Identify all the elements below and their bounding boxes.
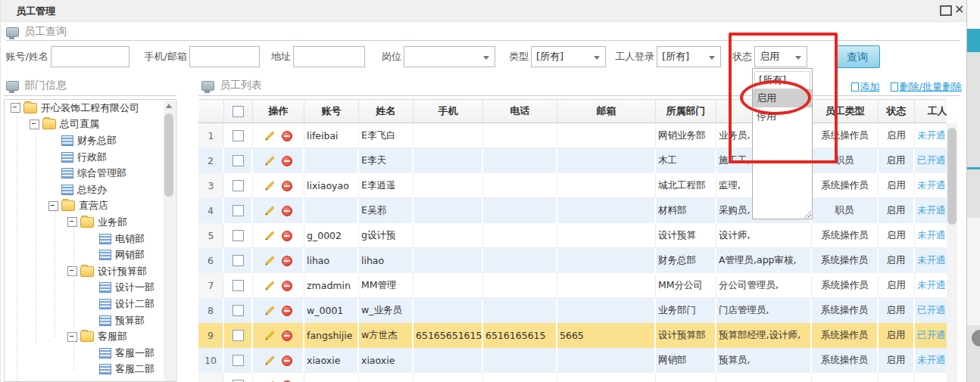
row-checkbox[interactable] xyxy=(233,255,244,266)
delete-row-icon[interactable] xyxy=(282,331,292,341)
table-row[interactable]: 4E吴邪材料部采购员,职员启用未开通 xyxy=(198,198,947,223)
delete-row-icon[interactable] xyxy=(282,156,292,166)
row-checkbox[interactable] xyxy=(233,130,244,141)
tree-item-label: 客服部 xyxy=(98,330,127,343)
tree-collapse-icon[interactable] xyxy=(67,332,77,342)
tree-item[interactable]: 综合管理部 xyxy=(5,165,176,182)
tree-scrollbar[interactable] xyxy=(164,101,175,381)
table-row[interactable]: 10xiaoxiexiaoxie网销部预算员,系统操作员启用未开通 xyxy=(198,348,947,373)
delete-batch-button[interactable]: 删除/批量删除 xyxy=(891,80,962,94)
cell-name: E李飞白 xyxy=(359,123,414,148)
tree-item[interactable]: 预算部 xyxy=(5,312,176,329)
table-row[interactable]: 5g_0002g设计预设计预算设计师,系统操作员启用未开通 xyxy=(198,223,947,248)
edit-icon[interactable] xyxy=(264,305,276,316)
table-row[interactable]: 6lihaolihao财务总部A管理员,app审核,系统操作员启用未开通 xyxy=(198,248,947,273)
tree-item[interactable]: 直营店 xyxy=(5,198,176,215)
search-button[interactable]: 查询 xyxy=(835,45,880,68)
tree-item[interactable]: 行政部 xyxy=(5,149,176,166)
row-checkbox[interactable] xyxy=(233,355,244,366)
table-row[interactable]: 1lifeibaiE李飞白网销业务部业务员,系统操作员启用未开通 xyxy=(198,123,947,148)
tree-item[interactable]: 总经办 xyxy=(5,182,176,198)
status-select[interactable]: 启用 xyxy=(754,46,807,67)
row-checkbox[interactable] xyxy=(233,205,244,216)
tree-item[interactable]: 总司直属 xyxy=(5,116,176,133)
post-select[interactable] xyxy=(404,46,495,67)
department-icon xyxy=(99,250,111,260)
edit-icon[interactable] xyxy=(264,180,276,191)
tree-item[interactable]: 客服一部 xyxy=(5,345,176,362)
tree-item[interactable]: 网销部 xyxy=(5,247,176,263)
table-scrollbar[interactable] xyxy=(947,123,957,382)
tree-item[interactable]: 电销部 xyxy=(5,231,176,247)
tree-collapse-icon[interactable] xyxy=(48,201,58,211)
row-checkbox[interactable] xyxy=(233,330,244,341)
tree-scrollbar-thumb[interactable] xyxy=(164,113,173,197)
table-row[interactable]: 3lixiaoyaoE李逍遥城北工程部监理,系统操作员启用未开通 xyxy=(198,173,947,198)
status-option-2[interactable]: 启用 xyxy=(753,89,812,107)
table-row[interactable]: 8w_0001w_业务员业务部门门店管理员,系统操作员启用已开通 xyxy=(198,298,947,323)
row-checkbox[interactable] xyxy=(233,305,244,316)
row-checkbox[interactable] xyxy=(233,280,244,291)
edit-icon[interactable] xyxy=(264,155,276,166)
edit-icon[interactable] xyxy=(264,255,276,266)
select-all-checkbox[interactable] xyxy=(233,106,244,117)
tree-item[interactable]: 财务总部 xyxy=(5,132,176,149)
status-option-3[interactable]: 停用 xyxy=(753,107,812,126)
maximize-icon[interactable] xyxy=(940,5,952,16)
cell-type: 系统操作员 xyxy=(812,323,879,348)
delete-row-icon[interactable] xyxy=(282,231,292,241)
tree-item[interactable]: 设计一部 xyxy=(5,280,176,297)
cell-ops xyxy=(253,198,304,223)
delete-row-icon[interactable] xyxy=(282,281,292,291)
table-row[interactable]: 7zmadminMM管理MM分公司分公司管理员,系统操作员启用未开通 xyxy=(198,273,947,298)
type-select[interactable]: [所有] xyxy=(531,46,606,67)
worker-login-select[interactable]: [所有] xyxy=(657,46,721,67)
edit-icon[interactable] xyxy=(264,330,276,341)
tree-item[interactable]: 设计预算部 xyxy=(5,263,176,280)
delete-row-icon[interactable] xyxy=(282,256,292,266)
scroll-up-arrow-icon[interactable] xyxy=(166,104,172,108)
address-input[interactable] xyxy=(294,47,364,67)
table-scrollbar-thumb[interactable] xyxy=(947,128,957,225)
status-option-1[interactable]: [所有] xyxy=(754,71,810,89)
delete-row-icon[interactable] xyxy=(282,181,292,191)
delete-row-icon[interactable] xyxy=(282,356,292,366)
tree-collapse-icon[interactable] xyxy=(11,103,20,113)
tree-item[interactable]: 开心装饰工程有限公司 xyxy=(5,100,176,116)
cell-worker: 未开通 xyxy=(915,123,947,148)
tree-item[interactable]: 设计二部 xyxy=(5,296,176,312)
add-button[interactable]: 添加 xyxy=(851,80,880,94)
resize-handle-icon[interactable] xyxy=(804,211,811,218)
table-row[interactable]: 9fangshijiew方世杰6516565161566516165615566… xyxy=(198,323,947,348)
tree-collapse-icon[interactable] xyxy=(67,266,77,276)
row-checkbox[interactable] xyxy=(233,155,244,166)
close-icon[interactable]: ✕ xyxy=(954,2,964,17)
row-checkbox[interactable] xyxy=(233,180,244,191)
delete-row-icon[interactable] xyxy=(282,306,292,316)
cell-mobile xyxy=(414,348,483,373)
delete-row-icon[interactable] xyxy=(282,131,292,141)
tree-collapse-icon[interactable] xyxy=(67,217,77,227)
edit-icon[interactable] xyxy=(264,205,276,216)
cell-cb xyxy=(224,198,253,223)
edit-icon[interactable] xyxy=(264,130,276,141)
cell-phone xyxy=(483,123,557,148)
table-row[interactable]: 2E李天木工施工工,职员启用已开通 xyxy=(198,148,947,173)
tree-item[interactable]: 客服部 xyxy=(5,328,176,345)
cell-mobile xyxy=(414,148,483,173)
query-section-header: 员工查询 xyxy=(6,25,67,39)
tree-item-label: 设计预算部 xyxy=(98,265,147,278)
cell-ops xyxy=(253,148,304,173)
row-checkbox[interactable] xyxy=(233,230,244,241)
mobile-email-input[interactable] xyxy=(190,47,259,67)
edit-icon[interactable] xyxy=(264,355,276,366)
tree-collapse-icon[interactable] xyxy=(30,120,39,129)
tree-item[interactable]: 客服二部 xyxy=(5,362,176,378)
cell-worker: 已开通 xyxy=(915,323,947,348)
edit-icon[interactable] xyxy=(264,280,276,291)
tree-item[interactable]: 业务部 xyxy=(5,214,176,231)
account-name-input[interactable] xyxy=(51,47,129,67)
table-row[interactable]: 11 xyxy=(198,373,947,382)
delete-row-icon[interactable] xyxy=(282,206,292,216)
edit-icon[interactable] xyxy=(264,230,276,241)
